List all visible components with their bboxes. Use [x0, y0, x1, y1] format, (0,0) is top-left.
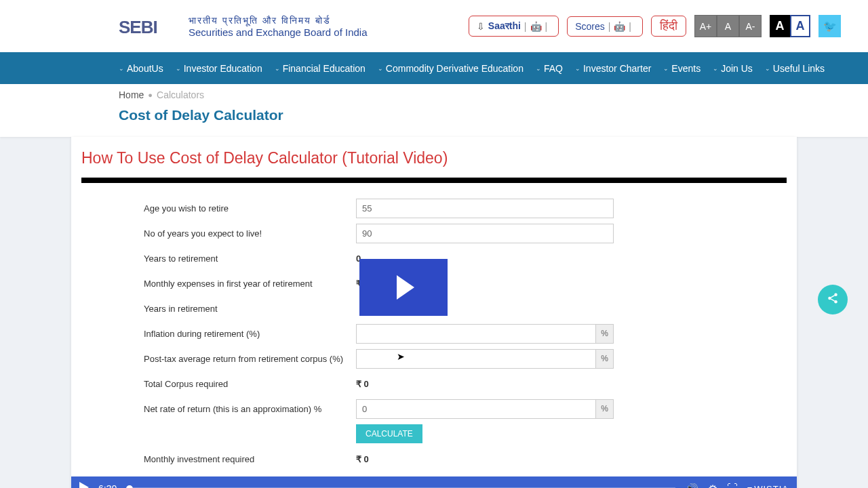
nav-aboutus[interactable]: ⌄AboutUs	[119, 63, 163, 74]
chevron-down-icon: ⌄	[275, 65, 280, 72]
calculate-button[interactable]: CALCULATE	[356, 424, 422, 443]
twitter-link[interactable]: 🐦	[818, 15, 841, 37]
percent-addon: %	[596, 324, 614, 344]
chevron-down-icon: ⌄	[536, 65, 541, 72]
logo-english-text: Securities and Exchange Board of India	[189, 26, 368, 38]
input-retire-age[interactable]	[356, 199, 614, 218]
nav-investor-charter[interactable]: ⌄Investor Charter	[575, 63, 651, 74]
video-play-button[interactable]	[79, 482, 89, 488]
input-net-rate[interactable]	[356, 399, 596, 419]
font-size-group: A+ A A-	[694, 15, 762, 37]
chevron-down-icon: ⌄	[663, 65, 669, 72]
svg-point-3	[828, 297, 831, 300]
nav-investor-education[interactable]: ⌄Investor Education	[176, 63, 262, 74]
breadcrumb-home[interactable]: Home	[119, 89, 144, 100]
svg-line-5	[831, 296, 834, 298]
wistia-brand[interactable]: ≡WISTIA	[747, 484, 789, 489]
value-monthly-investment: ₹ 0	[356, 454, 369, 464]
video-time: 6:30	[98, 483, 117, 488]
share-button[interactable]	[818, 285, 848, 314]
volume-button[interactable]: 🔊	[685, 483, 698, 489]
svg-point-4	[834, 300, 837, 304]
chevron-down-icon: ⌄	[765, 65, 770, 72]
video-control-bar: 6:30 🔊 ⚙ ⛶ ≡WISTIA	[71, 476, 797, 488]
breadcrumb: Home ● Calculators	[119, 89, 868, 100]
logo-hindi-text: भारतीय प्रतिभूति और विनिमय बोर्ड	[189, 15, 368, 26]
light-contrast-button[interactable]: A	[790, 15, 810, 37]
label-years-live: No of years you expect to live!	[81, 228, 356, 239]
input-years-live[interactable]	[356, 224, 614, 243]
chevron-down-icon: ⌄	[575, 65, 580, 72]
chevron-down-icon: ⌄	[119, 65, 124, 72]
label-years-in-retirement: Years in retirement	[81, 304, 356, 314]
svg-point-2	[834, 293, 837, 297]
play-icon	[79, 482, 89, 488]
percent-addon: %	[596, 399, 614, 419]
input-inflation[interactable]	[356, 324, 596, 344]
nav-useful-links[interactable]: ⌄Useful Links	[765, 63, 825, 74]
share-icon	[827, 292, 839, 307]
value-total-corpus: ₹ 0	[356, 379, 369, 389]
video-top-bar	[81, 178, 787, 183]
nav-faq[interactable]: ⌄FAQ	[536, 63, 563, 74]
fullscreen-icon: ⛶	[727, 483, 738, 488]
android-icon: 🤖	[530, 21, 542, 32]
card-title: How To Use Cost of Delay Calculator (Tut…	[81, 149, 787, 178]
label-monthly-investment: Monthly investment required	[81, 454, 356, 464]
breadcrumb-current: Calculators	[157, 89, 204, 100]
nav-financial-education[interactable]: ⌄Financial Education	[275, 63, 366, 74]
nav-events[interactable]: ⌄Events	[663, 63, 701, 74]
page-title: Cost of Delay Calculator	[119, 100, 868, 131]
contrast-group: A A	[770, 15, 810, 37]
input-posttax-return[interactable]	[356, 349, 596, 369]
breadcrumb-separator: ●	[148, 91, 153, 99]
label-years-to-retirement: Years to retirement	[81, 253, 356, 264]
label-posttax-return: Post-tax average return from retirement …	[81, 354, 356, 364]
calculator-form: Age you wish to retire No of years you e…	[81, 183, 787, 488]
logo[interactable]: SEBI भारतीय प्रतिभूति और विनिमय बोर्ड Se…	[119, 13, 368, 40]
label-inflation: Inflation during retirement (%)	[81, 329, 356, 339]
settings-button[interactable]: ⚙	[708, 483, 717, 489]
svg-marker-1	[79, 482, 89, 488]
percent-addon: %	[596, 349, 614, 369]
label-net-rate: Net rate of return (this is an approxima…	[81, 404, 356, 414]
dark-contrast-button[interactable]: A	[770, 15, 790, 37]
svg-text:SEBI: SEBI	[119, 17, 157, 37]
top-header: SEBI भारतीय प्रतिभूति और विनिमय बोर्ड Se…	[0, 0, 868, 52]
fullscreen-button[interactable]: ⛶	[727, 483, 738, 488]
chevron-down-icon: ⌄	[378, 65, 383, 72]
main-nav: ⌄AboutUs ⌄Investor Education ⌄Financial …	[0, 52, 868, 84]
nav-join-us[interactable]: ⌄Join Us	[713, 63, 753, 74]
label-monthly-expenses: Monthly expenses in first year of retire…	[81, 279, 356, 289]
breadcrumb-bar: Home ● Calculators Cost of Delay Calcula…	[0, 84, 868, 137]
svg-line-6	[831, 299, 834, 301]
chevron-down-icon: ⌄	[713, 65, 718, 72]
font-default-button[interactable]: A	[717, 15, 739, 37]
video-play-overlay[interactable]	[359, 259, 448, 316]
label-retire-age: Age you wish to retire	[81, 203, 356, 214]
twitter-icon: 🐦	[823, 20, 837, 33]
font-increase-button[interactable]: A+	[694, 15, 717, 37]
chevron-down-icon: ⌄	[176, 65, 181, 72]
nav-commodity-derivative[interactable]: ⌄Commodity Derivative Education	[378, 63, 524, 74]
volume-icon: 🔊	[685, 483, 698, 489]
label-total-corpus: Total Corpus required	[81, 379, 356, 389]
saarthi-button[interactable]: ⇩ Saaरthi| 🤖|	[469, 16, 559, 37]
hindi-toggle[interactable]: हिंदी	[651, 16, 686, 37]
gear-icon: ⚙	[708, 483, 717, 489]
android-icon: 🤖	[614, 21, 625, 32]
sebi-logo-icon: SEBI	[119, 13, 183, 40]
scores-button[interactable]: Scores| 🤖|	[567, 16, 643, 37]
progress-thumb[interactable]	[126, 485, 133, 488]
play-icon	[397, 275, 414, 300]
download-icon: ⇩	[477, 21, 485, 32]
content-card: How To Use Cost of Delay Calculator (Tut…	[71, 137, 797, 488]
font-decrease-button[interactable]: A-	[739, 15, 762, 37]
